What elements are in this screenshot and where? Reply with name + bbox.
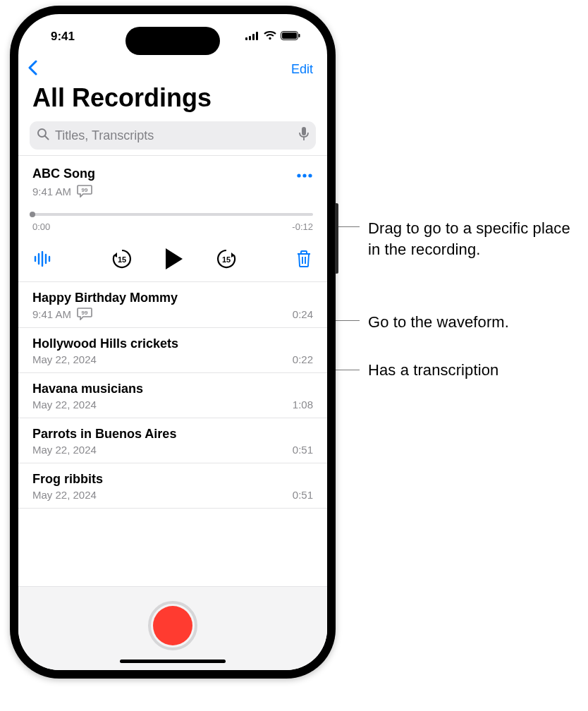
page-title: All Recordings bbox=[18, 83, 327, 117]
delete-button[interactable] bbox=[296, 250, 312, 268]
recording-duration: 0:51 bbox=[293, 489, 313, 501]
svg-point-14 bbox=[308, 174, 312, 177]
status-time: 9:41 bbox=[51, 25, 75, 44]
more-options-button[interactable] bbox=[296, 164, 313, 183]
svg-text:15: 15 bbox=[118, 255, 126, 264]
battery-icon bbox=[281, 30, 300, 44]
record-button[interactable] bbox=[148, 601, 197, 650]
playback-controls: 15 15 bbox=[32, 248, 313, 274]
recording-row[interactable]: Havana musicians May 22, 2024 1:08 bbox=[18, 372, 327, 418]
svg-rect-1 bbox=[249, 36, 251, 40]
remaining-time: -0:12 bbox=[292, 221, 313, 232]
recording-timestamp: 9:41 AM bbox=[32, 308, 71, 320]
recording-timestamp: 9:41 AM bbox=[32, 186, 71, 198]
scrubber-thumb[interactable] bbox=[30, 212, 35, 217]
recording-duration: 1:08 bbox=[293, 399, 313, 411]
recording-title: Havana musicians bbox=[32, 382, 143, 396]
svg-point-13 bbox=[302, 174, 306, 177]
callout-waveform: Go to the waveform. bbox=[368, 312, 509, 333]
record-button-inner bbox=[153, 606, 192, 645]
recordings-list: ABC Song 9:41 AM 99 bbox=[18, 155, 327, 586]
back-button[interactable] bbox=[27, 59, 38, 79]
svg-text:99: 99 bbox=[82, 310, 88, 316]
edit-button[interactable]: Edit bbox=[291, 62, 313, 77]
playback-scrubber[interactable]: 0:00 -0:12 bbox=[32, 213, 313, 232]
svg-rect-10 bbox=[302, 127, 306, 135]
search-input[interactable]: Titles, Transcripts bbox=[30, 121, 316, 150]
skip-forward-15-button[interactable]: 15 bbox=[215, 248, 238, 270]
recording-row[interactable]: Happy Birthday Mommy 9:41 AM 99 0:24 bbox=[18, 281, 327, 327]
elapsed-time: 0:00 bbox=[32, 221, 50, 232]
recording-row[interactable] bbox=[18, 508, 327, 524]
recording-title: Happy Birthday Mommy bbox=[32, 291, 178, 305]
home-indicator[interactable] bbox=[120, 660, 226, 663]
svg-line-9 bbox=[45, 136, 49, 140]
recording-title: Hollywood Hills crickets bbox=[32, 336, 178, 351]
recording-title: ABC Song bbox=[32, 166, 95, 181]
dictate-icon[interactable] bbox=[299, 127, 309, 144]
cellular-icon bbox=[245, 30, 259, 44]
search-icon bbox=[37, 128, 49, 143]
recording-duration: 0:51 bbox=[293, 444, 313, 456]
nav-bar: Edit bbox=[18, 55, 327, 83]
phone-frame: 9:41 bbox=[10, 6, 336, 679]
recording-timestamp: May 22, 2024 bbox=[32, 353, 97, 365]
svg-text:99: 99 bbox=[82, 187, 88, 193]
callout-transcript: Has a transcription bbox=[368, 360, 498, 381]
phone-screen: 9:41 bbox=[18, 14, 327, 670]
recording-row[interactable]: Frog ribbits May 22, 2024 0:51 bbox=[18, 463, 327, 508]
waveform-button[interactable] bbox=[34, 251, 52, 267]
transcript-icon: 99 bbox=[77, 308, 92, 320]
svg-rect-7 bbox=[299, 34, 300, 37]
svg-rect-6 bbox=[282, 32, 297, 39]
recording-duration: 0:22 bbox=[293, 353, 313, 365]
recording-timestamp: May 22, 2024 bbox=[32, 489, 97, 501]
transcript-icon: 99 bbox=[77, 185, 92, 198]
recording-duration: 0:24 bbox=[293, 308, 313, 320]
recording-row[interactable]: Parrots in Buenos Aires May 22, 2024 0:5… bbox=[18, 418, 327, 463]
phone-power-button bbox=[335, 203, 338, 274]
svg-point-12 bbox=[297, 174, 300, 177]
play-button[interactable] bbox=[166, 248, 183, 269]
svg-rect-3 bbox=[256, 32, 258, 40]
svg-rect-0 bbox=[245, 37, 247, 40]
search-placeholder: Titles, Transcripts bbox=[55, 128, 293, 143]
status-icons bbox=[245, 25, 300, 44]
svg-rect-2 bbox=[252, 34, 255, 40]
record-toolbar bbox=[18, 586, 327, 670]
recording-timestamp: May 22, 2024 bbox=[32, 399, 97, 411]
recording-row-expanded[interactable]: ABC Song 9:41 AM 99 bbox=[18, 155, 327, 281]
wifi-icon bbox=[264, 30, 276, 44]
recording-row[interactable]: Hollywood Hills crickets May 22, 2024 0:… bbox=[18, 327, 327, 372]
recording-title: Parrots in Buenos Aires bbox=[32, 427, 176, 442]
svg-text:15: 15 bbox=[222, 255, 231, 264]
skip-back-15-button[interactable]: 15 bbox=[111, 248, 133, 270]
svg-point-4 bbox=[269, 37, 271, 40]
recording-title: Frog ribbits bbox=[32, 472, 103, 487]
dynamic-island bbox=[125, 27, 220, 55]
recording-timestamp: May 22, 2024 bbox=[32, 444, 97, 456]
callout-scrubber: Drag to go to a specific place in the re… bbox=[368, 218, 580, 260]
